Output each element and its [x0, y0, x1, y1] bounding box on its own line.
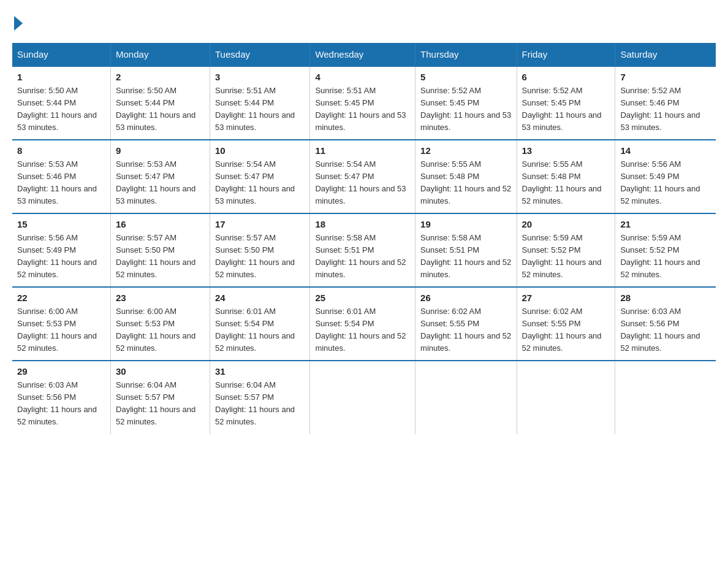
day-info: Sunrise: 5:55 AMSunset: 5:48 PMDaylight:… — [522, 159, 602, 205]
calendar-header-row: SundayMondayTuesdayWednesdayThursdayFrid… — [12, 43, 716, 66]
header-thursday: Thursday — [415, 43, 517, 66]
header-saturday: Saturday — [615, 43, 716, 66]
calendar-cell: 5 Sunrise: 5:52 AMSunset: 5:45 PMDayligh… — [415, 66, 517, 140]
day-info: Sunrise: 5:57 AMSunset: 5:50 PMDaylight:… — [215, 233, 295, 279]
header-sunday: Sunday — [12, 43, 111, 66]
day-info: Sunrise: 6:03 AMSunset: 5:56 PMDaylight:… — [17, 380, 97, 426]
logo — [12, 18, 23, 31]
calendar-cell: 4 Sunrise: 5:51 AMSunset: 5:45 PMDayligh… — [310, 66, 415, 140]
logo-arrow-icon — [14, 16, 23, 31]
day-number: 31 — [215, 366, 305, 377]
calendar-cell: 10 Sunrise: 5:54 AMSunset: 5:47 PMDaylig… — [210, 140, 310, 213]
day-info: Sunrise: 6:00 AMSunset: 5:53 PMDaylight:… — [116, 307, 195, 353]
day-number: 24 — [215, 293, 305, 303]
day-info: Sunrise: 5:57 AMSunset: 5:50 PMDaylight:… — [116, 233, 195, 279]
day-info: Sunrise: 5:50 AMSunset: 5:44 PMDaylight:… — [17, 86, 97, 132]
page-header — [12, 12, 716, 31]
calendar-week-row: 1 Sunrise: 5:50 AMSunset: 5:44 PMDayligh… — [12, 66, 716, 140]
day-number: 13 — [522, 145, 610, 156]
day-info: Sunrise: 5:53 AMSunset: 5:46 PMDaylight:… — [17, 159, 97, 205]
calendar-week-row: 22 Sunrise: 6:00 AMSunset: 5:53 PMDaylig… — [12, 287, 716, 361]
calendar-cell — [615, 361, 716, 434]
day-number: 3 — [215, 72, 305, 82]
calendar-cell: 20 Sunrise: 5:59 AMSunset: 5:52 PMDaylig… — [517, 213, 615, 287]
calendar-cell: 18 Sunrise: 5:58 AMSunset: 5:51 PMDaylig… — [310, 213, 415, 287]
calendar-cell: 22 Sunrise: 6:00 AMSunset: 5:53 PMDaylig… — [12, 287, 111, 361]
day-info: Sunrise: 6:04 AMSunset: 5:57 PMDaylight:… — [215, 380, 295, 426]
header-tuesday: Tuesday — [210, 43, 310, 66]
day-info: Sunrise: 6:02 AMSunset: 5:55 PMDaylight:… — [420, 307, 511, 353]
calendar-cell: 26 Sunrise: 6:02 AMSunset: 5:55 PMDaylig… — [415, 287, 517, 361]
day-info: Sunrise: 6:01 AMSunset: 5:54 PMDaylight:… — [215, 307, 295, 353]
day-info: Sunrise: 5:56 AMSunset: 5:49 PMDaylight:… — [620, 159, 700, 205]
calendar-cell: 9 Sunrise: 5:53 AMSunset: 5:47 PMDayligh… — [111, 140, 210, 213]
day-info: Sunrise: 5:59 AMSunset: 5:52 PMDaylight:… — [620, 233, 700, 279]
day-number: 17 — [215, 219, 305, 229]
day-info: Sunrise: 5:59 AMSunset: 5:52 PMDaylight:… — [522, 233, 602, 279]
day-number: 29 — [17, 366, 105, 377]
day-number: 22 — [17, 293, 105, 303]
day-number: 21 — [620, 219, 711, 229]
day-info: Sunrise: 5:58 AMSunset: 5:51 PMDaylight:… — [315, 233, 406, 279]
day-number: 16 — [116, 219, 205, 229]
day-number: 28 — [620, 293, 711, 303]
calendar-cell: 28 Sunrise: 6:03 AMSunset: 5:56 PMDaylig… — [615, 287, 716, 361]
day-number: 10 — [215, 145, 305, 156]
calendar-cell: 2 Sunrise: 5:50 AMSunset: 5:44 PMDayligh… — [111, 66, 210, 140]
day-number: 18 — [315, 219, 410, 229]
day-number: 4 — [315, 72, 410, 82]
calendar-cell: 19 Sunrise: 5:58 AMSunset: 5:51 PMDaylig… — [415, 213, 517, 287]
calendar-cell: 13 Sunrise: 5:55 AMSunset: 5:48 PMDaylig… — [517, 140, 615, 213]
header-monday: Monday — [111, 43, 210, 66]
day-info: Sunrise: 5:50 AMSunset: 5:44 PMDaylight:… — [116, 86, 195, 132]
calendar-cell: 1 Sunrise: 5:50 AMSunset: 5:44 PMDayligh… — [12, 66, 111, 140]
day-info: Sunrise: 6:04 AMSunset: 5:57 PMDaylight:… — [116, 380, 195, 426]
calendar-cell: 8 Sunrise: 5:53 AMSunset: 5:46 PMDayligh… — [12, 140, 111, 213]
calendar-cell: 6 Sunrise: 5:52 AMSunset: 5:45 PMDayligh… — [517, 66, 615, 140]
calendar-cell: 12 Sunrise: 5:55 AMSunset: 5:48 PMDaylig… — [415, 140, 517, 213]
day-number: 25 — [315, 293, 410, 303]
calendar-cell: 14 Sunrise: 5:56 AMSunset: 5:49 PMDaylig… — [615, 140, 716, 213]
day-number: 2 — [116, 72, 205, 82]
calendar-cell: 29 Sunrise: 6:03 AMSunset: 5:56 PMDaylig… — [12, 361, 111, 434]
day-number: 8 — [17, 145, 105, 156]
day-number: 30 — [116, 366, 205, 377]
day-number: 15 — [17, 219, 105, 229]
calendar-cell: 11 Sunrise: 5:54 AMSunset: 5:47 PMDaylig… — [310, 140, 415, 213]
day-number: 26 — [420, 293, 511, 303]
day-number: 9 — [116, 145, 205, 156]
day-info: Sunrise: 6:01 AMSunset: 5:54 PMDaylight:… — [315, 307, 406, 353]
calendar-cell: 30 Sunrise: 6:04 AMSunset: 5:57 PMDaylig… — [111, 361, 210, 434]
calendar-cell — [415, 361, 517, 434]
day-info: Sunrise: 5:54 AMSunset: 5:47 PMDaylight:… — [215, 159, 295, 205]
day-number: 6 — [522, 72, 610, 82]
calendar-week-row: 29 Sunrise: 6:03 AMSunset: 5:56 PMDaylig… — [12, 361, 716, 434]
day-info: Sunrise: 6:03 AMSunset: 5:56 PMDaylight:… — [620, 307, 700, 353]
day-number: 7 — [620, 72, 711, 82]
day-number: 11 — [315, 145, 410, 156]
day-info: Sunrise: 5:53 AMSunset: 5:47 PMDaylight:… — [116, 159, 195, 205]
day-number: 12 — [420, 145, 511, 156]
calendar-cell: 31 Sunrise: 6:04 AMSunset: 5:57 PMDaylig… — [210, 361, 310, 434]
day-info: Sunrise: 6:00 AMSunset: 5:53 PMDaylight:… — [17, 307, 97, 353]
day-info: Sunrise: 5:52 AMSunset: 5:46 PMDaylight:… — [620, 86, 700, 132]
calendar-cell: 23 Sunrise: 6:00 AMSunset: 5:53 PMDaylig… — [111, 287, 210, 361]
calendar-cell: 16 Sunrise: 5:57 AMSunset: 5:50 PMDaylig… — [111, 213, 210, 287]
day-number: 19 — [420, 219, 511, 229]
calendar-week-row: 8 Sunrise: 5:53 AMSunset: 5:46 PMDayligh… — [12, 140, 716, 213]
calendar-cell: 15 Sunrise: 5:56 AMSunset: 5:49 PMDaylig… — [12, 213, 111, 287]
day-info: Sunrise: 5:51 AMSunset: 5:44 PMDaylight:… — [215, 86, 295, 132]
calendar-week-row: 15 Sunrise: 5:56 AMSunset: 5:49 PMDaylig… — [12, 213, 716, 287]
day-info: Sunrise: 5:58 AMSunset: 5:51 PMDaylight:… — [420, 233, 511, 279]
calendar-cell: 17 Sunrise: 5:57 AMSunset: 5:50 PMDaylig… — [210, 213, 310, 287]
day-number: 1 — [17, 72, 105, 82]
calendar-cell: 25 Sunrise: 6:01 AMSunset: 5:54 PMDaylig… — [310, 287, 415, 361]
day-number: 27 — [522, 293, 610, 303]
calendar-cell: 7 Sunrise: 5:52 AMSunset: 5:46 PMDayligh… — [615, 66, 716, 140]
day-number: 14 — [620, 145, 711, 156]
day-info: Sunrise: 5:52 AMSunset: 5:45 PMDaylight:… — [522, 86, 602, 132]
header-friday: Friday — [517, 43, 615, 66]
calendar-cell — [310, 361, 415, 434]
day-info: Sunrise: 5:54 AMSunset: 5:47 PMDaylight:… — [315, 159, 406, 205]
calendar-cell: 21 Sunrise: 5:59 AMSunset: 5:52 PMDaylig… — [615, 213, 716, 287]
